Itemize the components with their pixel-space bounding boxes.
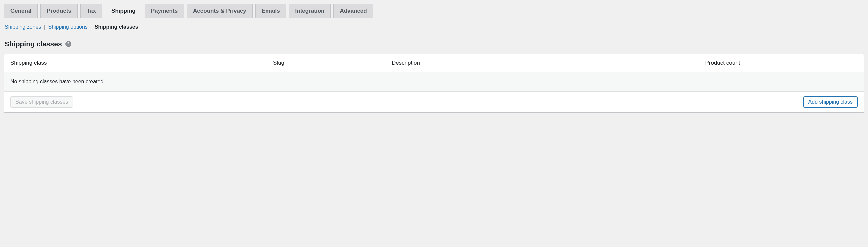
tab-shipping[interactable]: Shipping <box>105 4 142 18</box>
header-shipping-class: Shipping class <box>10 60 273 66</box>
settings-tabs: General Products Tax Shipping Payments A… <box>4 4 864 18</box>
header-product-count: Product count <box>705 60 858 66</box>
subnav-shipping-zones[interactable]: Shipping zones <box>5 24 41 30</box>
subnav-shipping-classes: Shipping classes <box>95 24 138 30</box>
shipping-classes-table: Shipping class Slug Description Product … <box>4 54 864 113</box>
header-slug: Slug <box>273 60 392 66</box>
separator: | <box>90 24 92 30</box>
tab-general[interactable]: General <box>4 4 38 18</box>
page-heading: Shipping classes ? <box>4 33 864 54</box>
empty-row: No shipping classes have been created. <box>4 72 864 92</box>
add-shipping-class-button[interactable]: Add shipping class <box>803 97 858 108</box>
tab-tax[interactable]: Tax <box>80 4 102 18</box>
shipping-subnav: Shipping zones | Shipping options | Ship… <box>4 18 864 33</box>
tab-emails[interactable]: Emails <box>255 4 286 18</box>
page-title: Shipping classes <box>5 40 62 48</box>
tab-products[interactable]: Products <box>40 4 78 18</box>
tab-accounts-privacy[interactable]: Accounts & Privacy <box>187 4 253 18</box>
subnav-shipping-options[interactable]: Shipping options <box>48 24 87 30</box>
tab-integration[interactable]: Integration <box>289 4 331 18</box>
save-shipping-classes-button[interactable]: Save shipping classes <box>10 97 73 108</box>
help-icon[interactable]: ? <box>65 41 71 47</box>
header-description: Description <box>392 60 705 66</box>
separator: | <box>44 24 45 30</box>
table-footer: Save shipping classes Add shipping class <box>4 92 864 112</box>
table-header-row: Shipping class Slug Description Product … <box>4 54 864 72</box>
tab-advanced[interactable]: Advanced <box>333 4 373 18</box>
tab-payments[interactable]: Payments <box>145 4 184 18</box>
